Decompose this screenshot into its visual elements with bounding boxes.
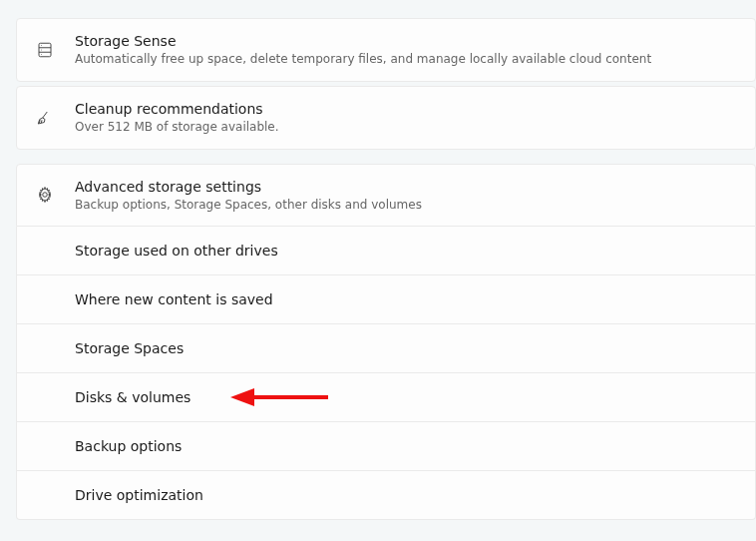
cleanup-subtitle: Over 512 MB of storage available. [75,120,279,136]
storage-settings-page: Storage Sense Automatically free up spac… [0,0,756,520]
svg-rect-0 [39,43,51,57]
sub-item-where-new-content[interactable]: Where new content is saved [16,275,756,324]
cleanup-recommendations-row[interactable]: Cleanup recommendations Over 512 MB of s… [16,86,756,150]
storage-sense-title: Storage Sense [75,32,651,50]
sub-item-backup-options[interactable]: Backup options [16,422,756,471]
sub-item-label: Storage Spaces [75,340,184,356]
annotation-arrow-icon [228,385,332,409]
sub-item-label: Backup options [75,438,182,454]
svg-marker-11 [230,388,254,406]
gear-icon [33,183,57,207]
svg-point-3 [41,45,42,46]
svg-point-4 [41,49,42,50]
advanced-storage-header[interactable]: Advanced storage settings Backup options… [16,164,756,228]
broom-icon [33,106,57,130]
sub-item-label: Drive optimization [75,487,203,503]
drive-icon [33,38,57,62]
sub-item-label: Where new content is saved [75,291,273,307]
sub-item-storage-spaces[interactable]: Storage Spaces [16,324,756,373]
sub-item-label: Storage used on other drives [75,243,278,259]
cleanup-title: Cleanup recommendations [75,100,279,118]
advanced-subtitle: Backup options, Storage Spaces, other di… [75,198,422,214]
svg-point-9 [43,193,48,198]
storage-sense-subtitle: Automatically free up space, delete temp… [75,52,651,68]
svg-point-5 [41,54,42,55]
storage-sense-row[interactable]: Storage Sense Automatically free up spac… [16,18,756,82]
sub-item-label: Disks & volumes [75,389,190,405]
advanced-title: Advanced storage settings [75,178,422,196]
svg-line-6 [43,112,48,118]
sub-item-storage-other-drives[interactable]: Storage used on other drives [16,227,756,275]
sub-item-drive-optimization[interactable]: Drive optimization [16,471,756,520]
advanced-storage-group: Advanced storage settings Backup options… [16,164,756,521]
sub-item-disks-volumes[interactable]: Disks & volumes [16,373,756,422]
